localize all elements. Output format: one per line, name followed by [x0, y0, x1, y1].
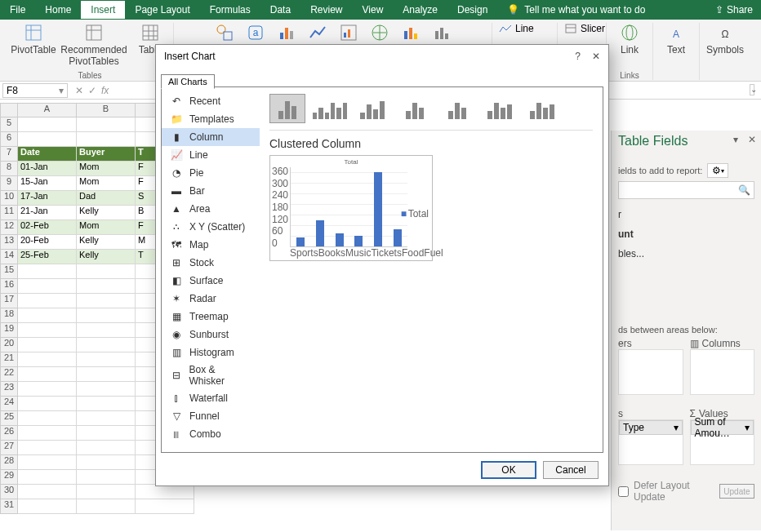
row-header[interactable]: 28 [0, 455, 18, 470]
cell[interactable] [136, 499, 194, 514]
row-header[interactable]: 26 [0, 426, 18, 441]
cell[interactable]: Mom [77, 162, 136, 176]
pivotchart-icon[interactable] [401, 23, 421, 42]
value-field-chip[interactable]: Sum of Amou…▾ [691, 420, 754, 435]
chart-type-stock[interactable]: ⊞Stock [162, 254, 260, 272]
column-header[interactable]: B [77, 103, 136, 117]
cell[interactable] [18, 397, 77, 411]
chart-type-box-whisker[interactable]: ⊟Box & Whisker [162, 361, 260, 389]
chart-type-column[interactable]: ▮Column [162, 128, 260, 146]
row-header[interactable]: 30 [0, 485, 18, 499]
chart-variant-4[interactable] [439, 94, 475, 123]
chart-type-templates[interactable]: 📁Templates [162, 110, 260, 128]
chart-type-area[interactable]: ▲Area [162, 200, 260, 218]
defer-layout-checkbox[interactable] [618, 486, 629, 497]
row-header[interactable]: 18 [0, 308, 18, 323]
chart-variant-1[interactable] [312, 94, 348, 123]
cell[interactable]: Kelly [77, 250, 136, 264]
row-header[interactable]: 25 [0, 411, 18, 426]
row-header[interactable]: 19 [0, 323, 18, 338]
cell[interactable]: Mom [77, 176, 136, 191]
cell[interactable] [18, 499, 77, 514]
tab-view[interactable]: View [353, 1, 394, 19]
cell[interactable]: Mom [77, 220, 136, 235]
cell[interactable]: 17-Jan [18, 191, 77, 206]
ok-button[interactable]: OK [481, 461, 536, 479]
cell[interactable] [77, 132, 136, 147]
tab-file[interactable]: File [0, 1, 35, 19]
cell[interactable] [18, 411, 77, 426]
cell[interactable]: 01-Jan [18, 162, 77, 176]
sparkline-line[interactable]: Line [499, 23, 534, 34]
cell[interactable] [77, 426, 136, 441]
chart-type-sunburst[interactable]: ◉Sunburst [162, 326, 260, 344]
chart-type-radar[interactable]: ✶Radar [162, 290, 260, 308]
tab-analyze[interactable]: Analyze [393, 1, 447, 19]
cell[interactable]: 20-Feb [18, 235, 77, 250]
chart-type-surface[interactable]: ◧Surface [162, 272, 260, 290]
row-header[interactable]: 22 [0, 367, 18, 382]
cell[interactable]: 15-Jan [18, 176, 77, 191]
bar-chart-icon[interactable] [277, 23, 296, 42]
chart-type-waterfall[interactable]: ⫿Waterfall [162, 389, 260, 407]
cell[interactable] [18, 264, 77, 279]
row-header[interactable]: 5 [0, 117, 18, 132]
cell[interactable] [18, 323, 77, 338]
chevron-down-icon[interactable]: ▾ [733, 134, 738, 145]
link-button[interactable]: Link [613, 23, 646, 55]
chart-type-combo[interactable]: ⫼Combo [162, 425, 260, 443]
tab-design[interactable]: Design [447, 1, 497, 19]
chart-variant-3[interactable] [397, 94, 433, 123]
row-header[interactable]: 12 [0, 220, 18, 235]
chart-type-funnel[interactable]: ▽Funnel [162, 407, 260, 425]
values-dropzone[interactable]: Sum of Amou…▾ [690, 419, 755, 465]
map-icon[interactable] [370, 23, 389, 42]
cell[interactable] [18, 441, 77, 455]
cancel-button[interactable]: Cancel [543, 461, 599, 479]
row-field-chip[interactable]: Type▾ [619, 420, 683, 435]
cell[interactable] [77, 470, 136, 485]
cell[interactable] [77, 441, 136, 455]
cell[interactable]: Kelly [77, 206, 136, 220]
chart-variant-5[interactable] [482, 94, 518, 123]
chart-variant-2[interactable] [354, 94, 390, 123]
cell[interactable] [18, 279, 77, 294]
cell[interactable] [18, 455, 77, 470]
tell-me-search[interactable]: 💡 Tell me what you want to do [497, 1, 655, 19]
cell[interactable] [77, 117, 136, 132]
fx-icon[interactable]: fx [101, 85, 109, 96]
line-chart-icon[interactable] [308, 23, 327, 42]
tab-all-charts[interactable]: All Charts [161, 74, 215, 89]
cell[interactable] [18, 294, 77, 308]
row-header[interactable]: 20 [0, 338, 18, 352]
tab-page-layout[interactable]: Page Layout [125, 1, 199, 19]
row-header[interactable]: 31 [0, 499, 18, 514]
row-header[interactable]: 9 [0, 176, 18, 191]
row-header[interactable]: 7 [0, 147, 18, 162]
cell[interactable]: Kelly [77, 235, 136, 250]
tab-home[interactable]: Home [35, 1, 81, 19]
row-header[interactable]: 17 [0, 294, 18, 308]
cell[interactable]: 21-Jan [18, 206, 77, 220]
text-button[interactable]: A Text [660, 23, 692, 55]
cell[interactable] [18, 470, 77, 485]
cell[interactable] [18, 352, 77, 367]
tab-data[interactable]: Data [260, 1, 300, 19]
cell[interactable] [18, 117, 77, 132]
chart-type-histogram[interactable]: ▥Histogram [162, 344, 260, 361]
field-item[interactable]: unt [618, 228, 754, 240]
row-header[interactable]: 24 [0, 397, 18, 411]
cell[interactable] [77, 294, 136, 308]
chart-type-x-y-scatter-[interactable]: ∴X Y (Scatter) [162, 218, 260, 236]
cell[interactable] [77, 397, 136, 411]
row-header[interactable]: 10 [0, 191, 18, 206]
cell[interactable] [18, 426, 77, 441]
filters-dropzone[interactable] [618, 349, 683, 395]
cell[interactable] [77, 455, 136, 470]
help-icon[interactable]: ? [575, 51, 581, 62]
cell[interactable] [77, 338, 136, 352]
cell[interactable] [77, 352, 136, 367]
cell[interactable]: Dad [77, 191, 136, 206]
cell[interactable] [77, 367, 136, 382]
tab-review[interactable]: Review [300, 1, 352, 19]
